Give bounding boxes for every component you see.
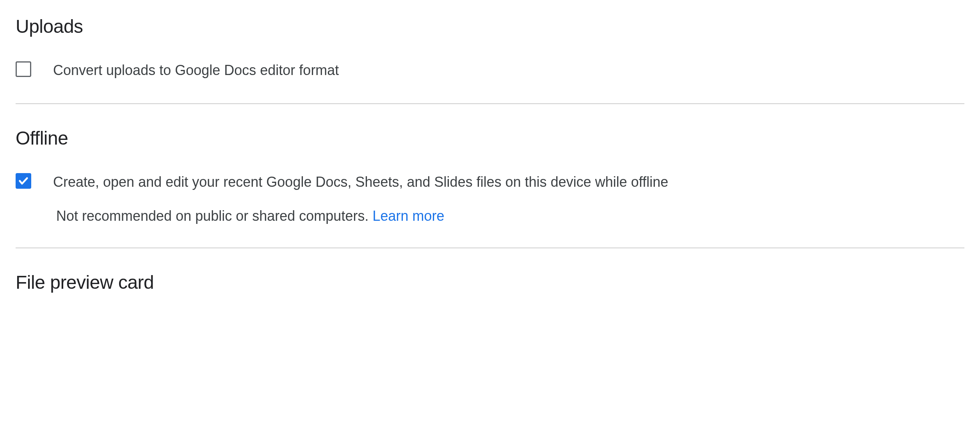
- offline-subtext-text: Not recommended on public or shared comp…: [56, 208, 372, 224]
- uploads-section: Uploads Convert uploads to Google Docs e…: [16, 16, 964, 104]
- convert-uploads-content: Convert uploads to Google Docs editor fo…: [53, 61, 964, 80]
- file-preview-title: File preview card: [16, 272, 964, 293]
- convert-uploads-checkbox[interactable]: [16, 61, 31, 77]
- offline-subtext: Not recommended on public or shared comp…: [56, 208, 964, 224]
- offline-section: Offline Create, open and edit your recen…: [16, 127, 964, 248]
- offline-title: Offline: [16, 127, 964, 149]
- uploads-title: Uploads: [16, 16, 964, 37]
- offline-label: Create, open and edit your recent Google…: [53, 172, 964, 192]
- convert-uploads-option-row: Convert uploads to Google Docs editor fo…: [16, 61, 964, 80]
- file-preview-section: File preview card: [16, 272, 964, 336]
- check-icon: [18, 175, 29, 186]
- convert-uploads-label: Convert uploads to Google Docs editor fo…: [53, 61, 964, 80]
- offline-learn-more-link[interactable]: Learn more: [372, 208, 444, 224]
- offline-content: Create, open and edit your recent Google…: [53, 172, 964, 224]
- offline-option-row: Create, open and edit your recent Google…: [16, 172, 964, 224]
- offline-checkbox[interactable]: [16, 173, 31, 189]
